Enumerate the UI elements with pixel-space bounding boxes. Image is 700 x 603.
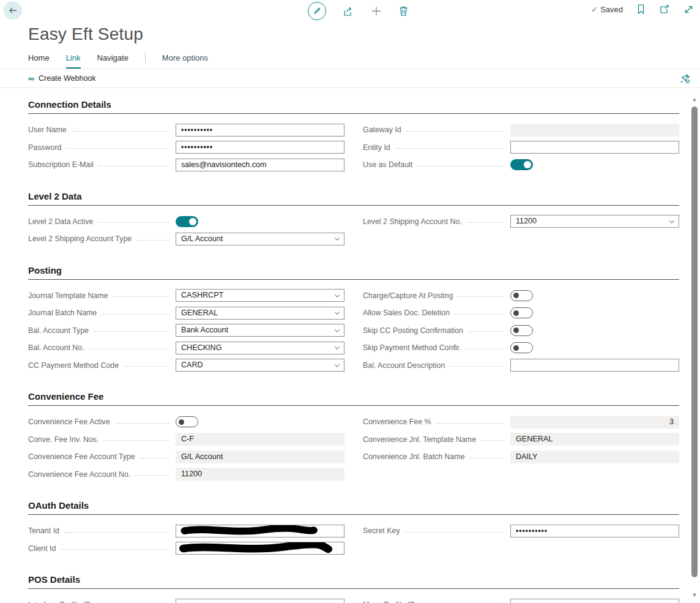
field-row-convenience-fee-active: Convenience Fee Active: [28, 413, 344, 431]
level-2-data-active-toggle[interactable]: [176, 216, 198, 227]
bookmark-button[interactable]: [636, 4, 646, 15]
dotted-leader: [89, 349, 169, 350]
interface-profile-id-select[interactable]: [176, 599, 344, 603]
charge-capture-at-posting-toggle[interactable]: [510, 290, 533, 301]
plus-icon: [371, 6, 382, 17]
tab-home[interactable]: Home: [28, 53, 50, 62]
password-input[interactable]: ••••••••••: [176, 141, 344, 154]
left-column: Journal Template NameCASHRCPTJournal Bat…: [28, 287, 344, 375]
dotted-leader: [102, 314, 169, 315]
dotted-leader: [468, 331, 504, 332]
client-id-input[interactable]: [176, 542, 344, 555]
bal-account-type-select[interactable]: Bank Account: [176, 324, 344, 337]
convenience-jnl-batch-name-field: DAILY: [510, 451, 679, 463]
right-column: Menu Profile ID: [363, 596, 679, 603]
convenience-fee-active-toggle[interactable]: [176, 416, 198, 427]
trash-icon: [398, 6, 409, 17]
subscription-e-mail-input[interactable]: sales@navisiontech.com: [176, 159, 344, 171]
journal-batch-name-select[interactable]: GENERAL: [176, 307, 344, 320]
field-row-secret-key: Secret Key••••••••••: [363, 522, 679, 540]
new-button[interactable]: [371, 6, 382, 17]
field-label: Secret Key: [363, 526, 403, 535]
field-row-subscription-e-mail: Subscription E-Mailsales@navisiontech.co…: [28, 156, 344, 174]
create-webhook-button[interactable]: ∞ Create Webhook: [28, 74, 96, 83]
convenience-jnl-template-name-field: GENERAL: [510, 433, 679, 446]
section-connection-details: Connection DetailsUser Name••••••••••Pas…: [28, 99, 679, 174]
open-in-window-icon: [659, 4, 670, 15]
dotted-leader: [72, 131, 169, 132]
skip-cc-posting-confirmation-toggle[interactable]: [510, 325, 533, 336]
check-icon: ✓: [591, 5, 598, 14]
dotted-leader: [466, 349, 504, 350]
field-row-level-2-shipping-account-type: Level 2 Shipping Account TypeG/L Account: [28, 230, 344, 248]
section-convenience-fee: Convenience FeeConvenience Fee ActiveCon…: [28, 391, 679, 483]
more-options-button[interactable]: More options: [162, 53, 208, 62]
convenience-fee-account-no-field: 11200: [176, 468, 344, 481]
section-pos-details: POS DetailsInterface Profile IDMenu Prof…: [28, 574, 679, 603]
menu-profile-id-select[interactable]: [510, 599, 679, 603]
user-name-input[interactable]: ••••••••••: [176, 124, 344, 137]
edit-button[interactable]: [308, 2, 326, 20]
chevron-down-icon: [335, 236, 340, 241]
field-row-convenience-fee-account-no: Convenience Fee Account No.11200: [28, 466, 344, 484]
section-title: Level 2 Data: [28, 191, 679, 206]
tab-navigate[interactable]: Navigate: [97, 53, 128, 62]
field-row-convenience-fee-account-type: Convenience Fee Account TypeG/L Account: [28, 448, 344, 466]
top-bar: ✓ Saved: [0, 0, 700, 22]
field-label: Convenience Fee Active: [28, 418, 113, 426]
select-value: CHECKING: [181, 342, 222, 354]
conve-fee-inv-nos-field: C-F: [176, 433, 344, 446]
select-value: Bank Account: [181, 324, 228, 336]
section-oauth-details: OAuth DetailsTenant IdClient IdSecret Ke…: [28, 500, 679, 557]
scrollbar[interactable]: ▲ ▼: [690, 92, 699, 603]
scroll-thumb[interactable]: [691, 107, 698, 577]
field-label: Conve. Fee Inv. Nos.: [28, 435, 101, 444]
share-button[interactable]: [343, 6, 354, 17]
link-icon: ∞: [28, 74, 34, 83]
field-row-password: Password••••••••••: [28, 139, 344, 157]
field-label: Level 2 Shipping Account Type: [28, 234, 134, 243]
allow-sales-doc-deletion-toggle[interactable]: [510, 307, 533, 318]
field-label: Allow Sales Doc. Deletion: [363, 309, 452, 317]
field-row-interface-profile-id: Interface Profile ID: [28, 596, 344, 603]
bal-account-description-input[interactable]: [510, 359, 679, 372]
expand-button[interactable]: [683, 4, 694, 15]
tab-divider: [145, 53, 146, 63]
use-as-default-toggle[interactable]: [510, 159, 533, 170]
skip-payment-method-confir-toggle[interactable]: [510, 342, 533, 353]
section-title: Convenience Fee: [28, 391, 679, 406]
convenience-fee-field: 3: [510, 416, 679, 429]
field-label: Use as Default: [363, 160, 415, 169]
level-2-shipping-account-type-select[interactable]: G/L Account: [176, 233, 344, 245]
back-button[interactable]: [4, 1, 22, 20]
open-in-window-button[interactable]: [659, 4, 670, 15]
toggle-knob: [513, 345, 519, 351]
dotted-leader: [64, 532, 169, 533]
scroll-up-arrow[interactable]: ▲: [691, 97, 698, 102]
entity-id-input[interactable]: [510, 141, 679, 154]
select-value: CARD: [181, 359, 203, 371]
scroll-down-arrow[interactable]: ▼: [691, 593, 698, 598]
tab-link[interactable]: Link: [66, 53, 81, 62]
chevron-down-icon: [335, 327, 340, 332]
field-row-skip-payment-method-confir: Skip Payment Method Confir.: [363, 339, 679, 357]
chevron-down-icon: [335, 292, 340, 297]
journal-template-name-select[interactable]: CASHRCPT: [176, 289, 344, 302]
section-level-2-data: Level 2 DataLevel 2 Data ActiveLevel 2 S…: [28, 191, 679, 248]
share-icon: [343, 6, 354, 17]
field-row-menu-profile-id: Menu Profile ID: [363, 596, 679, 603]
delete-button[interactable]: [398, 6, 409, 17]
field-label: Skip CC Posting Confirmation: [363, 326, 466, 335]
expand-icon: [683, 4, 694, 15]
field-label: Level 2 Data Active: [28, 217, 95, 226]
level-2-shipping-account-no-select[interactable]: 11200: [510, 215, 679, 228]
tenant-id-input[interactable]: [176, 525, 344, 537]
pin-actions-button[interactable]: [680, 73, 690, 84]
field-row-level-2-shipping-account-no: Level 2 Shipping Account No.11200: [363, 213, 679, 231]
field-label: Level 2 Shipping Account No.: [363, 217, 464, 226]
field-label: Bal. Account Description: [363, 361, 447, 370]
field-label: Skip Payment Method Confir.: [363, 343, 463, 352]
secret-key-input[interactable]: ••••••••••: [510, 525, 679, 537]
bal-account-no-select[interactable]: CHECKING: [176, 342, 344, 354]
cc-payment-method-code-select[interactable]: CARD: [176, 359, 344, 372]
